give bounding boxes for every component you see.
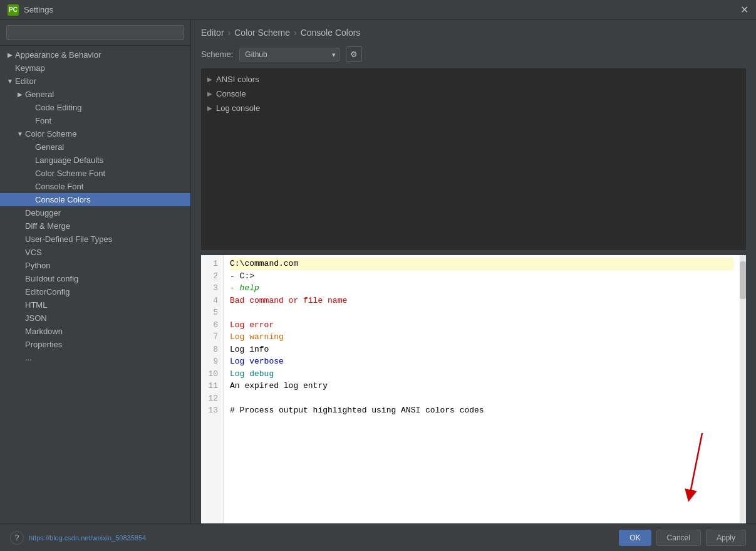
breadcrumb-part-1: Color Scheme: [234, 28, 290, 38]
ok-button[interactable]: OK: [619, 530, 651, 546]
line-number-3: 3: [206, 282, 218, 295]
tree-arrow-color-scheme: ▼: [15, 130, 25, 137]
titlebar-title: Settings: [24, 5, 53, 14]
breadcrumb-part-0: Editor: [201, 28, 224, 38]
tree-arrow-editor: ▼: [5, 78, 15, 85]
sidebar-item-language-defaults[interactable]: Language Defaults: [0, 154, 190, 167]
color-tree-label: ANSI colors: [216, 75, 259, 84]
color-tree-arrow: ▶: [207, 76, 212, 83]
sidebar-item-font[interactable]: Font: [0, 114, 190, 127]
sidebar-item-label-console-colors: Console Colors: [35, 195, 185, 204]
sidebar-item-debugger[interactable]: Debugger: [0, 206, 190, 219]
sidebar-item-console-colors[interactable]: Console Colors: [0, 193, 190, 206]
sidebar-item-label-cs-general: General: [35, 142, 185, 152]
scheme-bar: Scheme: GithubDefaultDarculaMonokai ⚙: [191, 43, 756, 68]
code-line-6: Log error: [230, 319, 733, 332]
sidebar-item-label-keymap: Keymap: [15, 63, 185, 73]
color-tree-item-ansi-colors[interactable]: ▶ANSI colors: [201, 72, 746, 87]
line-number-7: 7: [206, 331, 218, 344]
sidebar-item-diff-merge[interactable]: Diff & Merge: [0, 219, 190, 233]
sidebar-item-json[interactable]: JSON: [0, 312, 190, 325]
tree-arrow-general: ▶: [15, 91, 25, 98]
line-number-10: 10: [206, 368, 218, 380]
preview-panel: 12345678910111213 C:\command.com- C:>- h…: [201, 255, 746, 523]
color-tree-item-console[interactable]: ▶Console: [201, 87, 746, 101]
sidebar-tree: ▶Appearance & BehaviorKeymap▼Editor▶Gene…: [0, 46, 190, 523]
code-line-3: - help: [230, 282, 733, 295]
sidebar-item-python[interactable]: Python: [0, 259, 190, 272]
sidebar: ▶Appearance & BehaviorKeymap▼Editor▶Gene…: [0, 20, 191, 523]
code-line-2: - C:>: [230, 270, 733, 283]
sidebar-item-vcs[interactable]: VCS: [0, 246, 190, 259]
dialog-body: ▶Appearance & BehaviorKeymap▼Editor▶Gene…: [0, 20, 756, 523]
color-tree-item-log-console[interactable]: ▶Log console: [201, 101, 746, 115]
scheme-select-wrap: GithubDefaultDarculaMonokai: [239, 48, 339, 61]
sidebar-item-label-color-scheme-font: Color Scheme Font: [35, 169, 185, 178]
code-line-7: Log warning: [230, 331, 733, 344]
tree-arrow-appearance: ▶: [5, 51, 15, 58]
code-line-12: [230, 392, 733, 405]
sidebar-item-markdown[interactable]: Markdown: [0, 325, 190, 338]
sidebar-item-user-defined[interactable]: User-Defined File Types: [0, 233, 190, 246]
app-icon: PC: [8, 4, 19, 16]
titlebar: PC Settings ✕: [0, 0, 756, 20]
color-tree-panel: ▶ANSI colors▶Console▶Log console: [201, 68, 746, 250]
line-number-2: 2: [206, 270, 218, 283]
sidebar-item-label-debugger: Debugger: [25, 208, 185, 218]
scheme-label: Scheme:: [201, 50, 233, 59]
sidebar-item-label-code-editing: Code Editing: [35, 103, 185, 112]
sidebar-item-buildout[interactable]: Buildout config: [0, 272, 190, 285]
sidebar-item-properties[interactable]: Properties: [0, 338, 190, 351]
sidebar-item-editorconfig[interactable]: EditorConfig: [0, 285, 190, 298]
line-number-9: 9: [206, 355, 218, 368]
breadcrumb: Editor›Color Scheme›Console Colors: [191, 20, 756, 43]
sidebar-item-label-python: Python: [25, 261, 185, 270]
sidebar-item-label-buildout: Buildout config: [25, 274, 185, 283]
sidebar-item-label-properties: Properties: [25, 340, 185, 349]
code-line-5: [230, 307, 733, 319]
sidebar-item-py-f[interactable]: ...: [0, 351, 190, 364]
color-tree-label: Console: [216, 89, 246, 98]
sidebar-item-label-color-scheme: Color Scheme: [25, 129, 185, 139]
sidebar-item-color-scheme[interactable]: ▼Color Scheme: [0, 127, 190, 140]
footer-left: ? https://blog.csdn.net/weixin_50835854: [10, 531, 146, 545]
sidebar-item-label-diff-merge: Diff & Merge: [25, 221, 185, 231]
line-number-1: 1: [206, 258, 218, 270]
sidebar-item-code-editing[interactable]: Code Editing: [0, 101, 190, 114]
gear-button[interactable]: ⚙: [346, 46, 362, 62]
code-line-4: Bad command or file name: [230, 295, 733, 307]
dialog-footer: ? https://blog.csdn.net/weixin_50835854 …: [0, 523, 756, 551]
sidebar-item-html[interactable]: HTML: [0, 298, 190, 312]
line-number-12: 12: [206, 392, 218, 405]
sidebar-item-cs-general[interactable]: General: [0, 140, 190, 154]
search-input[interactable]: [6, 25, 184, 40]
scrollbar-thumb: [740, 261, 746, 299]
breadcrumb-part-2: Console Colors: [301, 28, 361, 38]
sidebar-item-label-markdown: Markdown: [25, 327, 185, 336]
sidebar-item-general[interactable]: ▶General: [0, 88, 190, 101]
color-tree-arrow: ▶: [207, 90, 212, 97]
line-number-13: 13: [206, 404, 218, 417]
sidebar-item-keymap[interactable]: Keymap: [0, 61, 190, 75]
close-button[interactable]: ✕: [740, 4, 748, 16]
sidebar-item-label-editorconfig: EditorConfig: [25, 287, 185, 296]
apply-button[interactable]: Apply: [706, 530, 746, 546]
sidebar-item-console-font[interactable]: Console Font: [0, 180, 190, 193]
footer-right: OK Cancel Apply: [619, 530, 746, 546]
scrollbar-v[interactable]: [740, 255, 746, 523]
sidebar-item-label-html: HTML: [25, 300, 185, 310]
sidebar-item-appearance[interactable]: ▶Appearance & Behavior: [0, 48, 190, 61]
cancel-button[interactable]: Cancel: [656, 530, 701, 546]
sidebar-item-color-scheme-font[interactable]: Color Scheme Font: [0, 167, 190, 180]
sidebar-item-label-editor: Editor: [15, 76, 185, 86]
sidebar-item-label-py-f: ...: [25, 353, 185, 362]
color-tree-arrow: ▶: [207, 105, 212, 112]
sidebar-item-label-font: Font: [35, 116, 185, 125]
help-button[interactable]: ?: [10, 531, 24, 545]
sidebar-item-label-console-font: Console Font: [35, 182, 185, 191]
sidebar-item-editor[interactable]: ▼Editor: [0, 75, 190, 88]
code-line-10: Log debug: [230, 368, 733, 380]
scheme-select[interactable]: GithubDefaultDarculaMonokai: [239, 48, 339, 61]
search-box: [0, 20, 190, 46]
line-number-11: 11: [206, 380, 218, 392]
